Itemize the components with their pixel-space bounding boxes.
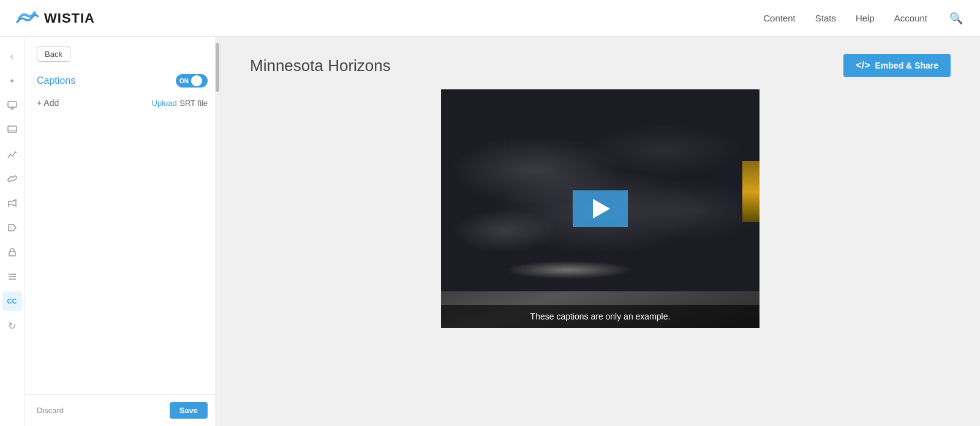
content-header: Minnesota Horizons </> Embed & Share xyxy=(221,37,980,89)
tag-icon-button[interactable] xyxy=(2,218,22,237)
nav-account[interactable]: Account xyxy=(894,13,927,23)
play-triangle-icon xyxy=(593,199,610,219)
play-button[interactable] xyxy=(573,190,628,227)
save-button[interactable]: Save xyxy=(170,402,208,419)
collapse-sidebar-button[interactable]: ‹ xyxy=(2,47,22,66)
back-button[interactable]: Back xyxy=(37,47,70,62)
megaphone-icon xyxy=(7,199,17,207)
srt-text: SRT file xyxy=(179,99,208,108)
captions-toggle[interactable]: ON xyxy=(176,74,208,88)
stats-icon-button[interactable] xyxy=(2,144,22,164)
video-container: These captions are only an example. xyxy=(221,89,980,328)
svg-rect-0 xyxy=(8,102,17,107)
captions-header: Captions ON xyxy=(37,74,208,88)
lock-icon xyxy=(8,248,17,256)
main-content: Minnesota Horizons </> Embed & Share The… xyxy=(221,37,980,426)
chevron-left-icon: ‹ xyxy=(10,51,13,62)
nav-stats[interactable]: Stats xyxy=(815,13,836,23)
upload-link[interactable]: Upload xyxy=(152,99,177,108)
svg-marker-5 xyxy=(9,200,16,206)
svg-point-8 xyxy=(10,227,11,228)
discard-button[interactable]: Discard xyxy=(37,406,64,415)
refresh-icon-button[interactable]: ↻ xyxy=(2,316,22,335)
megaphone-icon-button[interactable] xyxy=(2,193,22,213)
embed-share-label: Embed & Share xyxy=(875,61,938,70)
video-side-strip xyxy=(742,161,760,222)
svg-marker-7 xyxy=(9,225,16,231)
svg-rect-3 xyxy=(8,126,17,132)
svg-rect-9 xyxy=(9,252,15,256)
desktop-icon-button[interactable] xyxy=(2,120,22,140)
wistia-logo-icon xyxy=(15,9,39,28)
scrollbar-thumb[interactable] xyxy=(216,43,219,92)
stats-icon xyxy=(7,150,17,159)
layout: ‹ ✦ CC ↻ Back xyxy=(0,37,980,426)
toggle-on-text: ON xyxy=(178,78,189,84)
add-label: + Add xyxy=(37,98,59,108)
page-title: Minnesota Horizons xyxy=(250,56,391,75)
link-icon xyxy=(7,174,17,183)
nav-links: Content Stats Help Account 🔍 xyxy=(763,9,965,28)
sidebar-bottom: Discard Save xyxy=(24,394,220,426)
scrollbar-track xyxy=(215,37,220,426)
cc-icon-button[interactable]: CC xyxy=(2,291,22,311)
video-player[interactable]: These captions are only an example. xyxy=(441,89,760,328)
toggle-knob xyxy=(191,75,202,86)
captions-label: Captions xyxy=(37,75,75,86)
code-icon: </> xyxy=(856,60,870,71)
list-icon-button[interactable] xyxy=(2,267,22,286)
desktop-icon xyxy=(7,125,17,134)
caption-bar: These captions are only an example. xyxy=(441,305,760,328)
lock-icon-button[interactable] xyxy=(2,242,22,262)
search-button[interactable]: 🔍 xyxy=(947,9,965,28)
monitor-icon-button[interactable] xyxy=(2,95,22,115)
sidebar-scroll: Back Captions ON + Add Upload SRT file xyxy=(24,37,220,394)
logo-text: WISTIA xyxy=(44,10,95,26)
video-light xyxy=(505,261,632,279)
monitor-icon xyxy=(7,101,17,110)
add-row: + Add Upload SRT file xyxy=(37,97,208,108)
upload-srt-row: Upload SRT file xyxy=(152,97,208,108)
embed-share-button[interactable]: </> Embed & Share xyxy=(843,54,951,77)
nav-content[interactable]: Content xyxy=(763,13,796,23)
link-icon-button[interactable] xyxy=(2,169,22,189)
list-icon xyxy=(8,273,17,280)
sidebar: Back Captions ON + Add Upload SRT file xyxy=(24,37,221,426)
caption-text: These captions are only an example. xyxy=(530,312,671,321)
nav-help[interactable]: Help xyxy=(856,13,875,23)
tag-icon xyxy=(7,223,17,232)
logo: WISTIA xyxy=(15,9,95,28)
topnav: WISTIA Content Stats Help Account 🔍 xyxy=(0,0,980,37)
sparkle-icon-button[interactable]: ✦ xyxy=(2,71,22,91)
icon-bar: ‹ ✦ CC ↻ xyxy=(0,37,24,426)
